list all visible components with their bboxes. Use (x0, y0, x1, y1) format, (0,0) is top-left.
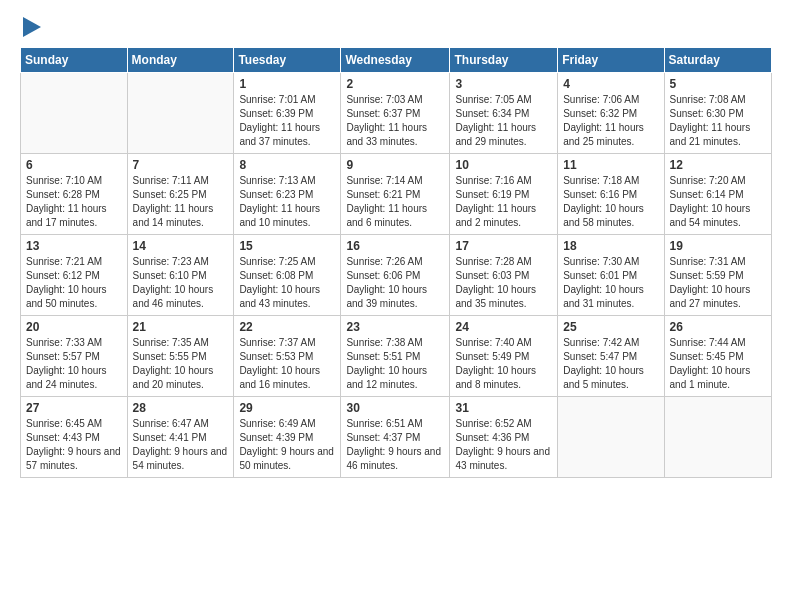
day-info: Sunrise: 7:26 AM Sunset: 6:06 PM Dayligh… (346, 255, 444, 311)
day-info: Sunrise: 7:18 AM Sunset: 6:16 PM Dayligh… (563, 174, 658, 230)
day-info: Sunrise: 7:35 AM Sunset: 5:55 PM Dayligh… (133, 336, 229, 392)
day-info: Sunrise: 6:51 AM Sunset: 4:37 PM Dayligh… (346, 417, 444, 473)
calendar-day-cell: 28Sunrise: 6:47 AM Sunset: 4:41 PM Dayli… (127, 397, 234, 478)
day-number: 9 (346, 158, 444, 172)
calendar-day-cell: 20Sunrise: 7:33 AM Sunset: 5:57 PM Dayli… (21, 316, 128, 397)
day-info: Sunrise: 7:14 AM Sunset: 6:21 PM Dayligh… (346, 174, 444, 230)
logo-arrow-icon (20, 18, 41, 41)
calendar-day-cell: 12Sunrise: 7:20 AM Sunset: 6:14 PM Dayli… (664, 154, 771, 235)
day-info: Sunrise: 7:42 AM Sunset: 5:47 PM Dayligh… (563, 336, 658, 392)
day-info: Sunrise: 7:05 AM Sunset: 6:34 PM Dayligh… (455, 93, 552, 149)
day-info: Sunrise: 7:30 AM Sunset: 6:01 PM Dayligh… (563, 255, 658, 311)
day-number: 20 (26, 320, 122, 334)
day-number: 21 (133, 320, 229, 334)
day-number: 8 (239, 158, 335, 172)
day-info: Sunrise: 7:03 AM Sunset: 6:37 PM Dayligh… (346, 93, 444, 149)
day-info: Sunrise: 6:52 AM Sunset: 4:36 PM Dayligh… (455, 417, 552, 473)
day-info: Sunrise: 7:21 AM Sunset: 6:12 PM Dayligh… (26, 255, 122, 311)
calendar-week-row: 1Sunrise: 7:01 AM Sunset: 6:39 PM Daylig… (21, 73, 772, 154)
day-info: Sunrise: 7:44 AM Sunset: 5:45 PM Dayligh… (670, 336, 766, 392)
day-number: 27 (26, 401, 122, 415)
calendar-day-header: Sunday (21, 48, 128, 73)
day-number: 7 (133, 158, 229, 172)
day-info: Sunrise: 7:20 AM Sunset: 6:14 PM Dayligh… (670, 174, 766, 230)
calendar-day-header: Friday (558, 48, 664, 73)
day-info: Sunrise: 7:01 AM Sunset: 6:39 PM Dayligh… (239, 93, 335, 149)
day-number: 13 (26, 239, 122, 253)
calendar-day-cell: 26Sunrise: 7:44 AM Sunset: 5:45 PM Dayli… (664, 316, 771, 397)
day-number: 12 (670, 158, 766, 172)
calendar-day-cell: 10Sunrise: 7:16 AM Sunset: 6:19 PM Dayli… (450, 154, 558, 235)
day-info: Sunrise: 7:28 AM Sunset: 6:03 PM Dayligh… (455, 255, 552, 311)
calendar-day-cell: 16Sunrise: 7:26 AM Sunset: 6:06 PM Dayli… (341, 235, 450, 316)
calendar-day-cell: 23Sunrise: 7:38 AM Sunset: 5:51 PM Dayli… (341, 316, 450, 397)
day-info: Sunrise: 7:08 AM Sunset: 6:30 PM Dayligh… (670, 93, 766, 149)
calendar-day-cell (21, 73, 128, 154)
calendar-day-cell: 15Sunrise: 7:25 AM Sunset: 6:08 PM Dayli… (234, 235, 341, 316)
calendar-day-cell: 2Sunrise: 7:03 AM Sunset: 6:37 PM Daylig… (341, 73, 450, 154)
day-number: 14 (133, 239, 229, 253)
day-number: 16 (346, 239, 444, 253)
logo-text-block (20, 18, 41, 41)
calendar-day-cell: 8Sunrise: 7:13 AM Sunset: 6:23 PM Daylig… (234, 154, 341, 235)
day-info: Sunrise: 7:33 AM Sunset: 5:57 PM Dayligh… (26, 336, 122, 392)
day-info: Sunrise: 6:47 AM Sunset: 4:41 PM Dayligh… (133, 417, 229, 473)
calendar-day-cell: 6Sunrise: 7:10 AM Sunset: 6:28 PM Daylig… (21, 154, 128, 235)
day-info: Sunrise: 7:37 AM Sunset: 5:53 PM Dayligh… (239, 336, 335, 392)
calendar-week-row: 27Sunrise: 6:45 AM Sunset: 4:43 PM Dayli… (21, 397, 772, 478)
calendar-day-cell: 5Sunrise: 7:08 AM Sunset: 6:30 PM Daylig… (664, 73, 771, 154)
day-info: Sunrise: 6:49 AM Sunset: 4:39 PM Dayligh… (239, 417, 335, 473)
calendar-day-cell: 9Sunrise: 7:14 AM Sunset: 6:21 PM Daylig… (341, 154, 450, 235)
calendar-week-row: 6Sunrise: 7:10 AM Sunset: 6:28 PM Daylig… (21, 154, 772, 235)
calendar-day-cell: 24Sunrise: 7:40 AM Sunset: 5:49 PM Dayli… (450, 316, 558, 397)
calendar-day-cell: 14Sunrise: 7:23 AM Sunset: 6:10 PM Dayli… (127, 235, 234, 316)
calendar-day-cell: 19Sunrise: 7:31 AM Sunset: 5:59 PM Dayli… (664, 235, 771, 316)
day-info: Sunrise: 7:23 AM Sunset: 6:10 PM Dayligh… (133, 255, 229, 311)
calendar-day-header: Thursday (450, 48, 558, 73)
day-number: 1 (239, 77, 335, 91)
day-number: 31 (455, 401, 552, 415)
day-number: 5 (670, 77, 766, 91)
calendar-week-row: 20Sunrise: 7:33 AM Sunset: 5:57 PM Dayli… (21, 316, 772, 397)
day-number: 24 (455, 320, 552, 334)
calendar-day-cell: 27Sunrise: 6:45 AM Sunset: 4:43 PM Dayli… (21, 397, 128, 478)
day-number: 30 (346, 401, 444, 415)
day-info: Sunrise: 7:11 AM Sunset: 6:25 PM Dayligh… (133, 174, 229, 230)
calendar-table: SundayMondayTuesdayWednesdayThursdayFrid… (20, 47, 772, 478)
calendar-day-cell: 4Sunrise: 7:06 AM Sunset: 6:32 PM Daylig… (558, 73, 664, 154)
calendar-day-header: Tuesday (234, 48, 341, 73)
calendar-day-cell: 29Sunrise: 6:49 AM Sunset: 4:39 PM Dayli… (234, 397, 341, 478)
calendar-day-cell: 3Sunrise: 7:05 AM Sunset: 6:34 PM Daylig… (450, 73, 558, 154)
day-info: Sunrise: 7:38 AM Sunset: 5:51 PM Dayligh… (346, 336, 444, 392)
calendar-day-header: Saturday (664, 48, 771, 73)
day-info: Sunrise: 6:45 AM Sunset: 4:43 PM Dayligh… (26, 417, 122, 473)
day-number: 2 (346, 77, 444, 91)
day-number: 18 (563, 239, 658, 253)
calendar-day-cell: 18Sunrise: 7:30 AM Sunset: 6:01 PM Dayli… (558, 235, 664, 316)
calendar-day-cell: 31Sunrise: 6:52 AM Sunset: 4:36 PM Dayli… (450, 397, 558, 478)
day-info: Sunrise: 7:13 AM Sunset: 6:23 PM Dayligh… (239, 174, 335, 230)
header (20, 18, 772, 41)
day-number: 6 (26, 158, 122, 172)
calendar-day-cell: 11Sunrise: 7:18 AM Sunset: 6:16 PM Dayli… (558, 154, 664, 235)
day-number: 29 (239, 401, 335, 415)
calendar-header-row: SundayMondayTuesdayWednesdayThursdayFrid… (21, 48, 772, 73)
day-info: Sunrise: 7:10 AM Sunset: 6:28 PM Dayligh… (26, 174, 122, 230)
calendar-day-cell (127, 73, 234, 154)
calendar-day-cell: 1Sunrise: 7:01 AM Sunset: 6:39 PM Daylig… (234, 73, 341, 154)
day-info: Sunrise: 7:25 AM Sunset: 6:08 PM Dayligh… (239, 255, 335, 311)
page: SundayMondayTuesdayWednesdayThursdayFrid… (0, 0, 792, 488)
logo-row1 (20, 18, 41, 41)
calendar-day-cell: 30Sunrise: 6:51 AM Sunset: 4:37 PM Dayli… (341, 397, 450, 478)
day-number: 28 (133, 401, 229, 415)
calendar-day-cell: 7Sunrise: 7:11 AM Sunset: 6:25 PM Daylig… (127, 154, 234, 235)
day-number: 15 (239, 239, 335, 253)
day-info: Sunrise: 7:31 AM Sunset: 5:59 PM Dayligh… (670, 255, 766, 311)
day-number: 3 (455, 77, 552, 91)
day-number: 25 (563, 320, 658, 334)
calendar-week-row: 13Sunrise: 7:21 AM Sunset: 6:12 PM Dayli… (21, 235, 772, 316)
calendar-day-cell: 25Sunrise: 7:42 AM Sunset: 5:47 PM Dayli… (558, 316, 664, 397)
day-number: 19 (670, 239, 766, 253)
calendar-day-cell: 22Sunrise: 7:37 AM Sunset: 5:53 PM Dayli… (234, 316, 341, 397)
day-info: Sunrise: 7:06 AM Sunset: 6:32 PM Dayligh… (563, 93, 658, 149)
